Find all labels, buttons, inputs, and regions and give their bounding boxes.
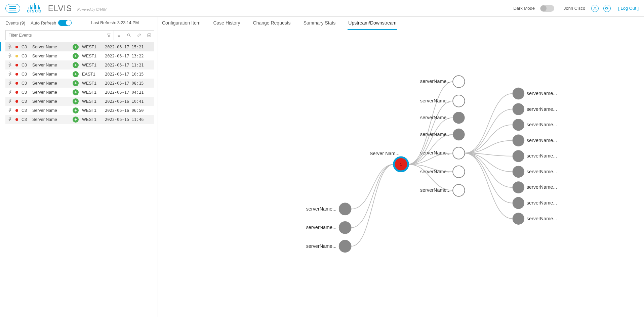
graph-node[interactable]: serverName...: [513, 197, 557, 209]
expand-icon[interactable]: +: [73, 53, 79, 59]
graph-node[interactable]: serverName...: [513, 213, 557, 224]
svg-point-8: [453, 95, 465, 107]
graph-node[interactable]: serverName...: [420, 129, 465, 140]
server-name: Server Name: [32, 54, 69, 58]
filter-events-input[interactable]: [5, 30, 104, 40]
tab-summary-stats[interactable]: Summary Stats: [303, 17, 336, 30]
dark-mode-toggle[interactable]: [540, 5, 554, 12]
auto-refresh-toggle[interactable]: [58, 20, 72, 26]
event-row[interactable]: C3Server Name+WEST12022-06-17 04:21: [5, 88, 154, 97]
pin-icon[interactable]: [7, 107, 12, 113]
status-dot: [15, 91, 18, 94]
pin-icon[interactable]: [7, 44, 12, 50]
event-row[interactable]: C3Server Name+WEST12022-06-17 11:21: [5, 60, 154, 70]
link-icon[interactable]: [134, 30, 144, 40]
svg-point-12: [453, 166, 465, 178]
camera-icon[interactable]: [603, 5, 611, 12]
event-code: C3: [22, 54, 29, 58]
expand-icon[interactable]: +: [73, 107, 79, 114]
timestamp: 2022-06-17 10:15: [105, 72, 144, 77]
pin-icon[interactable]: [7, 89, 12, 95]
event-code: C3: [22, 72, 29, 77]
graph-node[interactable]: serverName...: [420, 147, 465, 159]
events-panel: Events (9) Auto Refresh Last Refresh: 3:…: [0, 17, 158, 317]
expand-icon[interactable]: +: [73, 80, 79, 86]
graph-node[interactable]: 1Server Nam...: [370, 151, 408, 172]
location: WEST1: [82, 90, 102, 95]
expand-icon[interactable]: +: [73, 89, 79, 95]
graph-node[interactable]: serverName...: [513, 150, 557, 162]
graph-node[interactable]: serverName...: [306, 221, 352, 234]
menu-button[interactable]: [5, 4, 20, 13]
expand-icon[interactable]: +: [73, 62, 79, 68]
detail-tabs: Configuration ItemCase HistoryChange Req…: [158, 17, 644, 30]
event-row[interactable]: C3Server Name+WEST12022-06-16 06:50: [5, 106, 154, 115]
pin-icon[interactable]: [7, 80, 12, 86]
cisco-bars-icon: [29, 3, 40, 9]
tab-upstream-downstream[interactable]: Upstream/Downstream: [348, 17, 397, 30]
expand-icon[interactable]: +: [73, 117, 79, 123]
filter-icon[interactable]: [104, 30, 114, 40]
pin-icon[interactable]: [7, 98, 12, 104]
graph-node[interactable]: serverName...: [420, 76, 465, 87]
graph-node[interactable]: serverName...: [513, 135, 557, 146]
graph-area[interactable]: serverName...serverName...serverName...s…: [158, 30, 644, 317]
pin-icon[interactable]: [7, 71, 12, 77]
user-profile-icon[interactable]: [591, 5, 599, 12]
event-code: C3: [22, 63, 29, 67]
event-row[interactable]: C3Server Name+EAST12022-06-17 10:15: [5, 70, 154, 79]
pin-icon[interactable]: [7, 53, 12, 59]
expand-icon[interactable]: +: [73, 44, 79, 50]
expand-icon[interactable]: +: [73, 98, 79, 104]
event-row[interactable]: C3Server Name+WEST12022-06-17 15:21: [5, 42, 154, 51]
top-bar: CISCO ELVIS Powered by CHAIN Dark Mode J…: [0, 0, 644, 17]
cisco-logo: CISCO: [27, 3, 42, 13]
svg-point-21: [513, 197, 524, 209]
pin-icon[interactable]: [7, 62, 12, 68]
server-name: Server Name: [32, 90, 69, 95]
svg-point-11: [453, 147, 465, 159]
status-dot: [15, 73, 18, 76]
expand-icon[interactable]: +: [73, 71, 79, 77]
node-label: serverName...: [420, 79, 450, 84]
tab-case-history[interactable]: Case History: [212, 17, 241, 30]
node-label: serverName...: [306, 225, 336, 230]
graph-node[interactable]: serverName...: [513, 166, 557, 178]
graph-node[interactable]: serverName...: [420, 166, 465, 178]
event-row[interactable]: C3Server Name+WEST12022-06-16 10:41: [5, 97, 154, 106]
pin-icon[interactable]: [7, 117, 12, 122]
event-row[interactable]: C3Server Name+WEST12022-06-15 11:46: [5, 115, 154, 124]
timestamp: 2022-06-17 04:21: [105, 90, 144, 95]
node-label: serverName...: [306, 243, 336, 249]
tab-configuration-item[interactable]: Configuration Item: [161, 17, 201, 30]
timestamp: 2022-06-17 15:21: [105, 45, 144, 49]
cisco-wordmark: CISCO: [27, 9, 42, 13]
node-label: serverName...: [527, 153, 557, 158]
tab-change-requests[interactable]: Change Requests: [252, 17, 291, 30]
graph-node[interactable]: serverName...: [306, 240, 352, 253]
event-row[interactable]: C3Server Name+WEST12022-06-17 08:15: [5, 79, 154, 88]
svg-point-17: [513, 135, 524, 146]
select-all-icon[interactable]: [144, 30, 154, 40]
sort-icon[interactable]: [114, 30, 124, 40]
svg-point-18: [513, 150, 524, 162]
svg-point-14: [513, 88, 524, 99]
server-name: Server Name: [32, 117, 69, 122]
graph-node[interactable]: serverName...: [513, 88, 557, 99]
graph-node[interactable]: serverName...: [420, 184, 465, 196]
logout-link[interactable]: [ Log Out ]: [618, 6, 639, 11]
status-dot: [15, 46, 18, 48]
graph-node[interactable]: serverName...: [420, 95, 465, 107]
node-label: serverName...: [420, 98, 450, 103]
powered-by: Powered by CHAIN: [77, 8, 107, 11]
timestamp: 2022-06-17 13:22: [105, 54, 144, 58]
graph-node[interactable]: serverName...: [513, 103, 557, 115]
event-row[interactable]: C3Server Name+WEST12022-06-17 13:22: [5, 51, 154, 60]
graph-node[interactable]: serverName...: [513, 119, 557, 131]
graph-node[interactable]: serverName...: [513, 181, 557, 193]
location: EAST1: [82, 72, 102, 77]
topology-graph[interactable]: serverName...serverName...serverName...s…: [158, 30, 644, 317]
search-icon[interactable]: [124, 30, 134, 40]
graph-node[interactable]: serverName...: [306, 203, 352, 216]
app-name: ELVIS: [48, 4, 72, 13]
